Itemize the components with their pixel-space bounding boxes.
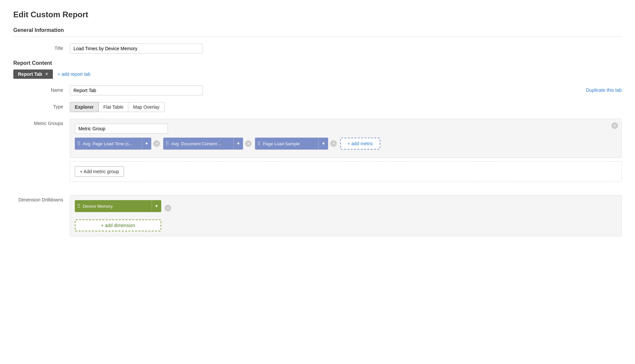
- close-tab-icon[interactable]: ✕: [45, 72, 48, 76]
- metric-group-close-btn[interactable]: ✕: [611, 122, 618, 129]
- dimension-chip-dropdown-arrow[interactable]: ▼: [152, 200, 161, 212]
- add-metric-group-area: + Add metric group: [70, 161, 622, 182]
- duplicate-tab-link[interactable]: Duplicate this tab: [586, 85, 622, 93]
- metric-group-name-input[interactable]: [75, 124, 168, 134]
- title-input[interactable]: [70, 44, 203, 54]
- metric-chip-3-wrapper: ⠿ Page Load Sample ▼ ✕: [255, 138, 337, 150]
- type-row: Type Explorer Flat Table Map Overlay: [13, 102, 622, 112]
- type-flat-table-button[interactable]: Flat Table: [99, 102, 128, 112]
- metric-chip-label: Page Load Sample: [263, 141, 318, 146]
- name-field-container: Duplicate this tab: [70, 85, 622, 95]
- dimension-chip-row: ⠿ Device Memory ▼ ✕: [75, 200, 617, 216]
- metric-chip-1-wrapper: ⠿ Avg. Page Load Time (s... ▼ ✕: [75, 138, 160, 150]
- add-tab-button[interactable]: + add report tab: [53, 69, 95, 79]
- type-map-overlay-button[interactable]: Map Overlay: [128, 102, 164, 112]
- divider-general: [13, 37, 622, 37]
- metric-group-name-container: [75, 124, 617, 134]
- page-title: Edit Custom Report: [13, 10, 622, 19]
- chip-dropdown-arrow[interactable]: ▼: [233, 138, 243, 150]
- drag-handle-icon: ⠿: [163, 141, 171, 147]
- dimension-chip-device-memory: ⠿ Device Memory ▼: [75, 200, 161, 212]
- metric-group-area: ✕ ⠿ Avg. Page Load Time (s... ▼ ✕: [70, 119, 622, 158]
- active-tab-label: Report Tab: [18, 71, 42, 77]
- metric-chip-label: Avg. Document Content ...: [171, 141, 233, 146]
- drag-handle-icon: ⠿: [255, 141, 263, 147]
- metric-chip-2-wrapper: ⠿ Avg. Document Content ... ▼ ✕: [163, 138, 252, 150]
- dimension-area: ⠿ Device Memory ▼ ✕ + add dimension: [70, 195, 622, 236]
- dimension-drilldowns-row: Dimension Drilldowns ⠿ Device Memory ▼ ✕…: [13, 195, 622, 236]
- dimension-chip-close[interactable]: ✕: [165, 205, 171, 211]
- metrics-chips-row: ⠿ Avg. Page Load Time (s... ▼ ✕ ⠿ Avg. D…: [75, 138, 617, 150]
- dimension-chip-label: Device Memory: [83, 204, 152, 209]
- metric-chip-label: Avg. Page Load Time (s...: [83, 141, 142, 146]
- chip-dropdown-arrow[interactable]: ▼: [318, 138, 328, 150]
- add-dimension-button[interactable]: + add dimension: [75, 219, 161, 231]
- dimension-drilldowns-container: ⠿ Device Memory ▼ ✕ + add dimension: [70, 195, 622, 236]
- drag-handle-icon: ⠿: [75, 141, 83, 147]
- add-metric-group-button[interactable]: + Add metric group: [75, 166, 124, 177]
- tab-name-row: Name Duplicate this tab: [13, 85, 622, 95]
- metric-chip-1-close[interactable]: ✕: [153, 140, 160, 147]
- metric-groups-row: Metric Groups ✕ ⠿ Avg. Page Load Time (s…: [13, 119, 622, 188]
- title-label: Title: [13, 44, 70, 51]
- add-metric-button[interactable]: + add metric: [340, 138, 380, 150]
- type-label: Type: [13, 102, 70, 109]
- title-row: Title: [13, 44, 622, 54]
- tab-strip: Report Tab ✕ + add report tab: [13, 69, 622, 79]
- metric-chip-2-close[interactable]: ✕: [245, 140, 252, 147]
- chip-dropdown-arrow[interactable]: ▼: [142, 138, 151, 150]
- metric-groups-container: ✕ ⠿ Avg. Page Load Time (s... ▼ ✕: [70, 119, 622, 188]
- active-tab[interactable]: Report Tab ✕: [13, 69, 53, 79]
- type-buttons-container: Explorer Flat Table Map Overlay: [70, 102, 622, 112]
- tab-name-input[interactable]: [70, 85, 203, 95]
- drag-handle-icon: ⠿: [75, 203, 83, 209]
- metric-groups-label: Metric Groups: [13, 119, 70, 126]
- type-button-group: Explorer Flat Table Map Overlay: [70, 102, 622, 112]
- metric-chip-page-load-sample: ⠿ Page Load Sample ▼: [255, 138, 328, 150]
- dimension-drilldowns-label: Dimension Drilldowns: [13, 195, 70, 202]
- general-info-heading: General Information: [13, 27, 622, 33]
- report-content-heading: Report Content: [13, 60, 622, 66]
- metric-chip-avg-page-load: ⠿ Avg. Page Load Time (s... ▼: [75, 138, 151, 150]
- name-label: Name: [13, 85, 70, 93]
- type-explorer-button[interactable]: Explorer: [70, 102, 99, 112]
- title-field-container: [70, 44, 622, 54]
- metric-chip-3-close[interactable]: ✕: [330, 140, 337, 147]
- metric-chip-avg-doc-content: ⠿ Avg. Document Content ... ▼: [163, 138, 243, 150]
